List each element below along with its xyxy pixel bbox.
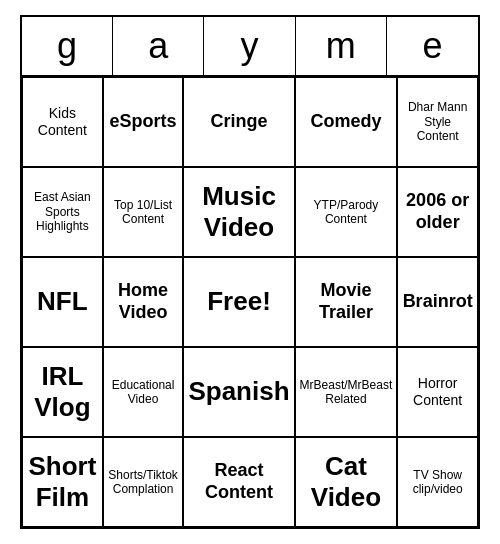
header-letter-0: g xyxy=(22,17,113,75)
bingo-cell-text-5: East Asian Sports Highlights xyxy=(27,190,98,233)
bingo-cell-text-2: Cringe xyxy=(211,111,268,133)
bingo-cell-21[interactable]: Shorts/Tiktok Complation xyxy=(103,437,184,527)
bingo-cell-3[interactable]: Comedy xyxy=(295,77,398,167)
bingo-cell-8[interactable]: YTP/Parody Content xyxy=(295,167,398,257)
bingo-cell-23[interactable]: Cat Video xyxy=(295,437,398,527)
bingo-cell-text-0: Kids Content xyxy=(27,105,98,139)
bingo-cell-text-19: Horror Content xyxy=(402,375,473,409)
bingo-cell-text-9: 2006 or older xyxy=(402,190,473,233)
bingo-cell-19[interactable]: Horror Content xyxy=(397,347,478,437)
bingo-cell-13[interactable]: Movie Trailer xyxy=(295,257,398,347)
bingo-cell-7[interactable]: Music Video xyxy=(183,167,294,257)
bingo-cell-12[interactable]: Free! xyxy=(183,257,294,347)
bingo-cell-1[interactable]: eSports xyxy=(103,77,184,167)
bingo-cell-text-22: React Content xyxy=(188,460,289,503)
bingo-cell-14[interactable]: Brainrot xyxy=(397,257,478,347)
bingo-cell-text-21: Shorts/Tiktok Complation xyxy=(108,468,179,497)
bingo-cell-11[interactable]: Home Video xyxy=(103,257,184,347)
bingo-cell-text-15: IRL Vlog xyxy=(27,361,98,423)
bingo-cell-text-18: MrBeast/MrBeast Related xyxy=(300,378,393,407)
bingo-cell-20[interactable]: Short Film xyxy=(22,437,103,527)
header-letter-3: m xyxy=(296,17,387,75)
bingo-cell-text-16: Educational Video xyxy=(108,378,179,407)
header-letter-4: e xyxy=(387,17,478,75)
bingo-cell-text-7: Music Video xyxy=(188,181,289,243)
bingo-cell-15[interactable]: IRL Vlog xyxy=(22,347,103,437)
bingo-cell-9[interactable]: 2006 or older xyxy=(397,167,478,257)
bingo-cell-4[interactable]: Dhar Mann Style Content xyxy=(397,77,478,167)
bingo-cell-text-3: Comedy xyxy=(310,111,381,133)
bingo-cell-5[interactable]: East Asian Sports Highlights xyxy=(22,167,103,257)
bingo-cell-text-24: TV Show clip/video xyxy=(402,468,473,497)
bingo-cell-text-10: NFL xyxy=(37,286,88,317)
bingo-cell-text-20: Short Film xyxy=(27,451,98,513)
bingo-cell-17[interactable]: Spanish xyxy=(183,347,294,437)
bingo-cell-text-8: YTP/Parody Content xyxy=(300,198,393,227)
bingo-cell-text-6: Top 10/List Content xyxy=(108,198,179,227)
bingo-cell-16[interactable]: Educational Video xyxy=(103,347,184,437)
bingo-cell-22[interactable]: React Content xyxy=(183,437,294,527)
bingo-cell-text-14: Brainrot xyxy=(403,291,473,313)
bingo-cell-text-23: Cat Video xyxy=(300,451,393,513)
bingo-cell-2[interactable]: Cringe xyxy=(183,77,294,167)
bingo-cell-text-1: eSports xyxy=(110,111,177,133)
bingo-cell-text-13: Movie Trailer xyxy=(300,280,393,323)
bingo-cell-text-17: Spanish xyxy=(188,376,289,407)
bingo-cell-text-11: Home Video xyxy=(108,280,179,323)
bingo-cell-18[interactable]: MrBeast/MrBeast Related xyxy=(295,347,398,437)
bingo-header: gayme xyxy=(22,17,478,77)
header-letter-1: a xyxy=(113,17,204,75)
bingo-cell-text-12: Free! xyxy=(207,286,271,317)
bingo-grid: Kids ContenteSportsCringeComedyDhar Mann… xyxy=(22,77,478,527)
bingo-cell-text-4: Dhar Mann Style Content xyxy=(402,100,473,143)
bingo-cell-0[interactable]: Kids Content xyxy=(22,77,103,167)
header-letter-2: y xyxy=(204,17,295,75)
bingo-card: gayme Kids ContenteSportsCringeComedyDha… xyxy=(20,15,480,529)
bingo-cell-24[interactable]: TV Show clip/video xyxy=(397,437,478,527)
bingo-cell-10[interactable]: NFL xyxy=(22,257,103,347)
bingo-cell-6[interactable]: Top 10/List Content xyxy=(103,167,184,257)
